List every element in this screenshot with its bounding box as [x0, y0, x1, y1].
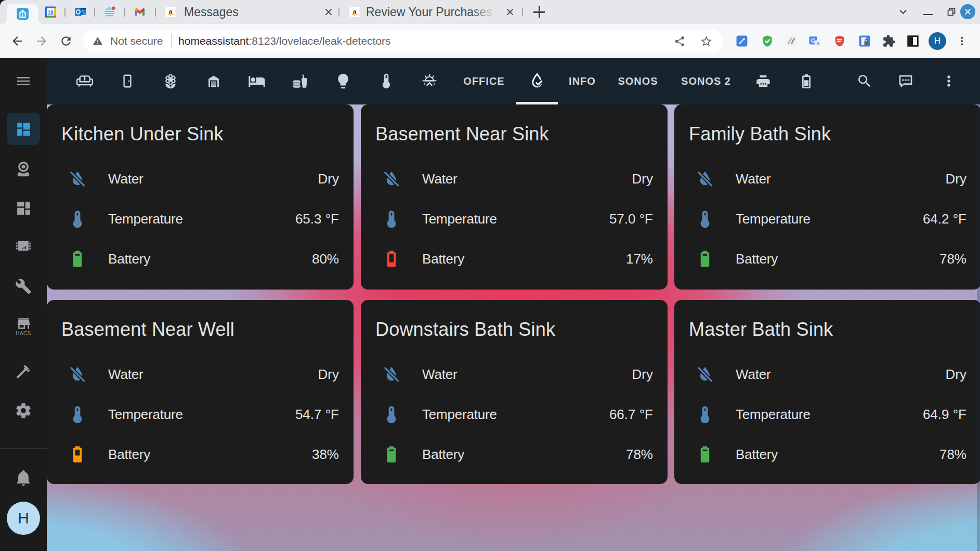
sidebar-item-dashboard[interactable] — [7, 113, 40, 145]
entity-row-temperature[interactable]: Temperature 54.7 °F — [47, 404, 354, 425]
entity-row-water[interactable]: Water Dry — [47, 168, 354, 189]
entity-value[interactable]: 54.7 °F — [295, 406, 339, 423]
tab-garage-icon[interactable] — [205, 72, 223, 90]
adblock-extension-icon[interactable] — [833, 35, 846, 48]
entity-row-temperature[interactable]: Temperature 64.2 °F — [674, 208, 980, 229]
tab-sonos[interactable]: SONOS — [618, 75, 658, 87]
reload-icon[interactable] — [59, 34, 73, 48]
entity-row-temperature[interactable]: Temperature 66.7 °F — [361, 404, 668, 425]
tab-fan-light-icon[interactable] — [421, 72, 438, 90]
tab-bedroom-bed-icon[interactable] — [248, 72, 266, 90]
sidebar-item-hacs[interactable]: HACS — [7, 310, 40, 342]
sidebar-item-notifications[interactable] — [7, 462, 40, 494]
entity-row-temperature[interactable]: Temperature 65.3 °F — [47, 208, 354, 229]
tab-close-icon[interactable] — [504, 6, 516, 18]
sidebar-item-cameras[interactable] — [7, 153, 40, 185]
scrollbar[interactable] — [977, 104, 980, 551]
entity-value[interactable]: Dry — [318, 366, 339, 383]
sidebar-item-settings[interactable] — [7, 395, 40, 427]
browser-menu-icon[interactable] — [956, 35, 969, 48]
tab-climate-thermometer-icon[interactable] — [377, 72, 395, 90]
entity-value[interactable]: 17% — [626, 251, 653, 267]
entity-row-battery[interactable]: Battery 78% — [674, 444, 980, 465]
entity-value[interactable]: 78% — [939, 447, 966, 463]
window-resizer-extension-icon[interactable] — [736, 35, 749, 48]
tab-search-button[interactable] — [896, 5, 910, 19]
tab-google-calendar[interactable]: 18 — [44, 6, 57, 18]
privacy-extension-icon[interactable] — [858, 35, 871, 48]
adguard-extension-icon[interactable] — [761, 34, 774, 48]
tab-garden-flower-icon[interactable] — [162, 72, 179, 90]
security-chip[interactable]: Not secure — [110, 35, 163, 47]
maximize-button[interactable] — [944, 5, 959, 19]
entity-value[interactable]: Dry — [946, 366, 966, 383]
share-icon[interactable] — [674, 35, 686, 47]
translate-extension-icon[interactable] — [808, 34, 822, 48]
close-window-button[interactable] — [960, 4, 975, 19]
tab-info[interactable]: INFO — [569, 75, 596, 87]
entity-row-water[interactable]: Water Dry — [47, 364, 354, 385]
entity-row-temperature[interactable]: Temperature 57.0 °F — [361, 208, 668, 229]
entity-row-temperature[interactable]: Temperature 64.9 °F — [674, 404, 980, 425]
entity-row-battery[interactable]: Battery 78% — [361, 444, 668, 465]
tab-close-icon[interactable] — [323, 6, 334, 18]
entity-value[interactable]: Dry — [632, 366, 653, 383]
tab-home-assistant[interactable] — [7, 4, 38, 24]
entity-row-battery[interactable]: Battery 38% — [47, 444, 354, 465]
entity-row-battery[interactable]: Battery 78% — [674, 248, 980, 269]
tab-lights-bulb-icon[interactable] — [334, 72, 352, 90]
tab-messages[interactable]: Messages — [165, 0, 336, 24]
tab-office[interactable]: OFFICE — [463, 75, 504, 87]
tab-gmail[interactable] — [134, 6, 146, 18]
tab-sonos-2[interactable]: SONOS 2 — [681, 75, 731, 87]
forward-icon[interactable] — [35, 34, 49, 48]
entity-value[interactable]: Dry — [318, 171, 339, 187]
water-off-icon — [695, 169, 715, 189]
address-bar[interactable]: Not secure homeassistant:8123/lovelace/l… — [83, 30, 723, 53]
entity-row-water[interactable]: Water Dry — [674, 168, 980, 189]
entity-row-battery[interactable]: Battery 17% — [361, 248, 668, 269]
tab-door-icon[interactable] — [119, 73, 136, 89]
ha-menu-dots-icon[interactable] — [940, 73, 957, 89]
new-tab-button[interactable] — [533, 6, 545, 18]
entity-value[interactable]: 78% — [626, 447, 653, 463]
tab-printer-icon[interactable] — [754, 72, 772, 90]
profile-avatar[interactable]: H — [929, 32, 946, 50]
entity-value[interactable]: 65.3 °F — [295, 211, 339, 227]
entity-value[interactable]: 64.2 °F — [923, 211, 966, 227]
sidebar-user-avatar[interactable]: H — [7, 502, 40, 535]
extensions-puzzle-icon[interactable] — [882, 34, 896, 48]
entity-value[interactable]: 78% — [939, 251, 966, 267]
tab-battery-icon[interactable] — [798, 72, 815, 90]
back-icon[interactable] — [10, 34, 24, 48]
sidebar-menu-icon[interactable] — [15, 73, 32, 89]
entity-row-water[interactable]: Water Dry — [674, 364, 980, 385]
sidebar-item-developer-tools[interactable] — [7, 356, 40, 388]
entity-value[interactable]: Dry — [946, 171, 966, 187]
entity-value[interactable]: 57.0 °F — [609, 211, 653, 227]
tab-kitchen-food-icon[interactable] — [291, 72, 309, 90]
sidebar-item-tools[interactable] — [7, 270, 40, 303]
minimize-button[interactable] — [921, 5, 935, 19]
entity-value[interactable]: 80% — [312, 251, 339, 267]
tab-leak-detectors-water-icon[interactable] — [528, 72, 546, 90]
wave-extension-icon[interactable] — [785, 35, 798, 48]
entity-value[interactable]: 66.7 °F — [609, 406, 653, 423]
entity-value[interactable]: Dry — [632, 171, 653, 187]
bookmark-star-icon[interactable] — [700, 35, 713, 48]
entity-row-battery[interactable]: Battery 80% — [47, 248, 354, 269]
entity-value[interactable]: 64.9 °F — [923, 406, 966, 423]
tab-review-purchases[interactable]: Review Your Purchases — [349, 0, 505, 24]
restore-icon — [946, 6, 957, 18]
tab-living-room-sofa-icon[interactable] — [76, 72, 94, 90]
assist-chat-icon[interactable] — [897, 73, 914, 90]
entity-row-water[interactable]: Water Dry — [361, 364, 668, 385]
tab-outlook[interactable] — [74, 6, 87, 18]
search-icon[interactable] — [856, 73, 873, 89]
dark-reader-extension-icon[interactable] — [907, 35, 920, 48]
sidebar-item-dashboard-2[interactable] — [7, 192, 40, 224]
entity-value[interactable]: 38% — [312, 447, 339, 463]
tab-att[interactable] — [103, 6, 116, 18]
entity-row-water[interactable]: Water Dry — [361, 168, 668, 189]
sidebar-item-hardware[interactable] — [7, 230, 40, 262]
